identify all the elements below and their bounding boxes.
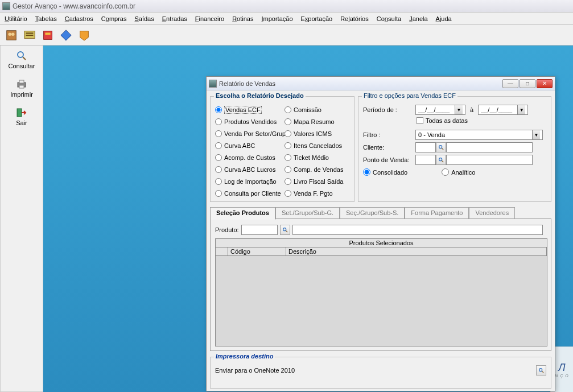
report-radio-comp-de-vendas[interactable]: Comp. de Vendas bbox=[285, 163, 343, 175]
printer-group: Impressora destino Enviar para o OneNote… bbox=[210, 357, 551, 389]
tab-vendedores[interactable]: Vendedores bbox=[469, 207, 515, 220]
report-radio-acomp-de-custos[interactable]: Acomp. de Custos bbox=[215, 151, 289, 163]
tab-sec-grupo[interactable]: Seç./Grupo/Sub-S. bbox=[340, 207, 405, 220]
printer-lookup-button[interactable] bbox=[536, 365, 546, 376]
minimize-button[interactable]: — bbox=[502, 79, 518, 88]
analitico-radio[interactable] bbox=[442, 168, 449, 176]
tab-set-grupo[interactable]: Set./Grupo/Sub-G. bbox=[275, 207, 340, 220]
dialog-icon bbox=[209, 80, 217, 88]
side-sair[interactable]: Sair bbox=[16, 107, 27, 126]
tab-strip: Seleção Produtos Set./Grupo/Sub-G. Seç./… bbox=[210, 207, 551, 219]
menu-exportacao[interactable]: Exportação bbox=[301, 15, 333, 22]
main-menu: Utilitário Tabelas Cadastros Compras Saí… bbox=[0, 13, 573, 25]
report-radio-venda-f-pgto[interactable]: Venda F. Pgto bbox=[285, 187, 343, 199]
printer-icon bbox=[16, 79, 27, 90]
svg-point-1 bbox=[9, 32, 12, 36]
svg-line-20 bbox=[286, 230, 287, 232]
report-radio-log-de-importa-o[interactable]: Log de Importação bbox=[215, 175, 289, 187]
app-title: Gestor Avanço - www.avancoinfo.com.br bbox=[13, 2, 135, 10]
svg-marker-8 bbox=[61, 30, 71, 40]
report-radio-mapa-resumo[interactable]: Mapa Resumo bbox=[285, 115, 343, 127]
toolbar-btn-4[interactable] bbox=[58, 27, 74, 43]
report-radio-curva-abc[interactable]: Curva ABC bbox=[215, 139, 289, 151]
report-radio-consulta-por-cliente[interactable]: Consulta por Cliente bbox=[215, 187, 289, 199]
report-radio-comiss-o[interactable]: Comissão bbox=[285, 104, 343, 115]
toolbar-btn-2[interactable] bbox=[22, 27, 38, 43]
report-radio-vendas-ecf[interactable]: Vendas ECF bbox=[215, 104, 289, 115]
menu-tabelas[interactable]: Tabelas bbox=[35, 15, 57, 22]
menu-saidas[interactable]: Saídas bbox=[134, 15, 154, 22]
printer-value: Enviar para o OneNote 2010 bbox=[215, 367, 536, 374]
todas-datas-checkbox[interactable] bbox=[417, 117, 423, 124]
side-toolbar: Consultar Imprimir Sair bbox=[0, 46, 43, 392]
produto-lookup-button[interactable] bbox=[280, 225, 290, 235]
menu-importacao[interactable]: Importação bbox=[261, 15, 292, 22]
relatorio-vendas-dialog: Relatório de Vendas — □ ✕ Escolha o Rela… bbox=[206, 76, 555, 391]
produto-desc-input[interactable] bbox=[292, 225, 543, 235]
dropdown-arrow-icon: ▼ bbox=[532, 130, 540, 139]
menu-financeiro[interactable]: Financeiro bbox=[195, 15, 224, 22]
side-imprimir-label: Imprimir bbox=[10, 91, 33, 98]
filter-group: Filtro e opções para Vendas ECF Período … bbox=[358, 96, 551, 202]
tab-forma-pagamento[interactable]: Forma Pagamento bbox=[405, 207, 469, 220]
cliente-name-input[interactable] bbox=[446, 142, 533, 152]
grid-header-codigo[interactable]: Código bbox=[228, 247, 286, 255]
menu-entradas[interactable]: Entradas bbox=[162, 15, 187, 22]
toolbar-btn-5[interactable] bbox=[76, 27, 92, 43]
svg-line-10 bbox=[23, 57, 26, 60]
side-consultar[interactable]: Consultar bbox=[8, 50, 35, 69]
report-radio-itens-cancelados[interactable]: Itens Cancelados bbox=[285, 139, 343, 151]
menu-ajuda[interactable]: Ajuda bbox=[436, 15, 452, 22]
svg-point-2 bbox=[11, 32, 15, 36]
close-button[interactable]: ✕ bbox=[537, 79, 553, 88]
menu-utilitario[interactable]: Utilitário bbox=[5, 15, 27, 22]
report-radio-curva-abc-lucros[interactable]: Curva ABC Lucros bbox=[215, 163, 289, 175]
grid-header-descricao[interactable]: Descrição bbox=[286, 247, 547, 255]
cliente-code-input[interactable] bbox=[415, 142, 436, 152]
dialog-title-bar[interactable]: Relatório de Vendas — □ ✕ bbox=[207, 77, 555, 90]
menu-cadastros[interactable]: Cadastros bbox=[65, 15, 93, 22]
report-radio-valores-icms[interactable]: Valores ICMS bbox=[285, 127, 343, 139]
grid-header-selector bbox=[216, 247, 228, 255]
cliente-lookup-button[interactable] bbox=[436, 142, 446, 152]
a-label: à bbox=[470, 106, 473, 113]
date-from-input[interactable]: __/__/____▼ bbox=[415, 105, 465, 115]
dropdown-arrow-icon: ▼ bbox=[455, 105, 463, 114]
filter-group-title: Filtro e opções para Vendas ECF bbox=[362, 92, 457, 99]
report-radio-livro-fiscal-sa-da[interactable]: Livro Fiscal Saída bbox=[285, 175, 343, 187]
report-group-title: Escolha o Relatório Desejado bbox=[214, 92, 306, 99]
toolbar-btn-1[interactable] bbox=[3, 27, 19, 43]
report-radio-venda-por-setor-grupo[interactable]: Venda Por Setor/Grupo bbox=[215, 127, 289, 139]
tab-selecao-produtos[interactable]: Seleção Produtos bbox=[210, 207, 275, 220]
toolbar-btn-3[interactable] bbox=[40, 27, 56, 43]
app-icon bbox=[2, 2, 10, 10]
maximize-button[interactable]: □ bbox=[520, 79, 535, 88]
menu-relatorios[interactable]: Relatórios bbox=[340, 15, 369, 22]
menu-janela[interactable]: Janela bbox=[409, 15, 427, 22]
svg-point-17 bbox=[439, 158, 442, 161]
pdv-name-input[interactable] bbox=[446, 155, 533, 165]
menu-rotinas[interactable]: Rotinas bbox=[232, 15, 253, 22]
menu-consulta[interactable]: Consulta bbox=[377, 15, 401, 22]
report-radio-produtos-vendidos[interactable]: Produtos Vendidos bbox=[215, 115, 289, 127]
produto-code-input[interactable] bbox=[241, 225, 278, 235]
report-radio-ticket-m-dio[interactable]: Ticket Médio bbox=[285, 151, 343, 163]
pdv-lookup-button[interactable] bbox=[436, 155, 446, 165]
consolidado-radio[interactable] bbox=[363, 168, 370, 176]
main-toolbar bbox=[0, 25, 573, 46]
svg-rect-0 bbox=[7, 30, 17, 40]
analitico-label: Analítico bbox=[451, 169, 475, 176]
produto-label: Produto: bbox=[215, 226, 239, 233]
filtro-combo[interactable]: 0 - Venda▼ bbox=[415, 130, 543, 140]
menu-compras[interactable]: Compras bbox=[101, 15, 127, 22]
date-to-input[interactable]: __/__/____▼ bbox=[478, 105, 528, 115]
printer-group-title: Impressora destino bbox=[214, 353, 275, 360]
produtos-grid[interactable]: Produtos Selecionados Código Descrição bbox=[215, 238, 547, 346]
svg-rect-5 bbox=[26, 35, 34, 36]
svg-rect-7 bbox=[45, 32, 50, 35]
svg-rect-13 bbox=[19, 85, 24, 88]
pdv-label: Ponto de Venda: bbox=[363, 156, 415, 163]
side-sair-label: Sair bbox=[16, 119, 27, 126]
side-imprimir[interactable]: Imprimir bbox=[10, 79, 33, 98]
pdv-code-input[interactable] bbox=[415, 155, 436, 165]
